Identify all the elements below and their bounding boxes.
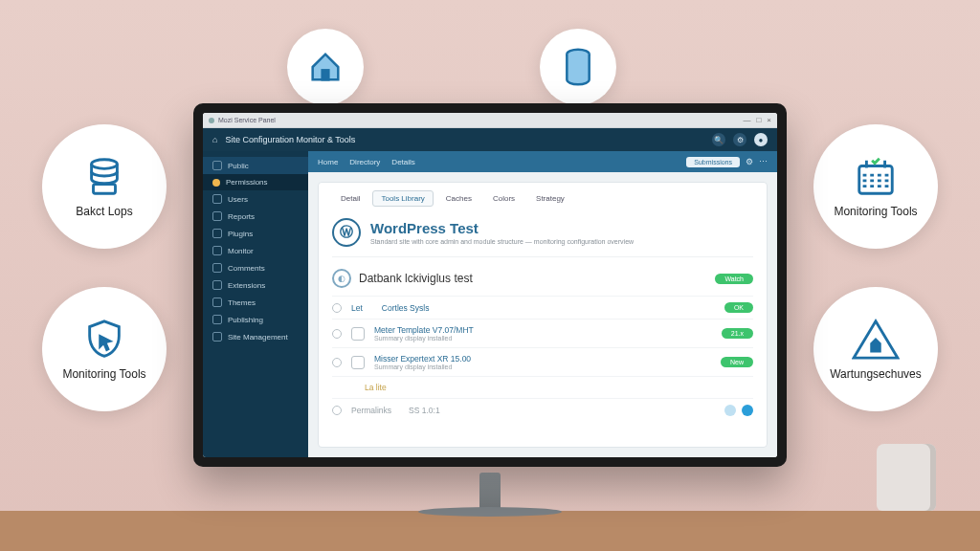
radio-icon[interactable] xyxy=(332,406,342,415)
sidebar-item[interactable]: Monitor xyxy=(203,242,308,259)
sidebar-item[interactable]: Extensions xyxy=(203,276,308,294)
list-row[interactable]: Meter Template V7.07/MHTSummary display … xyxy=(332,319,753,347)
feature-bubble-storage xyxy=(540,29,616,105)
subtab-caches[interactable]: Caches xyxy=(437,190,480,207)
bubble-label: Wartungsechuves xyxy=(830,367,922,381)
calendar-check-icon xyxy=(854,155,898,199)
coffee-mug xyxy=(877,444,936,511)
tab-home[interactable]: Home xyxy=(318,158,338,166)
app-title: Site Configuration Monitor & Tools xyxy=(225,135,355,144)
search-icon[interactable]: 🔍 xyxy=(712,133,725,146)
sidebar-label: Comments xyxy=(228,264,265,273)
window-controls: — □ × xyxy=(743,116,771,124)
square-icon xyxy=(212,194,222,204)
window-minimize-button[interactable]: — xyxy=(743,116,750,124)
tab-directory[interactable]: Directory xyxy=(349,158,380,166)
sidebar-label: Site Management xyxy=(228,333,288,342)
user-avatar[interactable]: ● xyxy=(754,133,768,146)
wordpress-logo-icon: Ⓦ xyxy=(332,218,361,247)
module-icon xyxy=(351,327,365,341)
monitor-stand xyxy=(479,473,501,511)
gear-icon[interactable]: ⚙ xyxy=(746,157,753,166)
bubble-label: Monitoring Tools xyxy=(62,367,145,381)
site-header: Ⓦ WordPress Test Standard site with core… xyxy=(332,214,753,257)
row-value: SS 1.0:1 xyxy=(409,406,440,415)
tab-details[interactable]: Details xyxy=(391,158,414,166)
submissions-button[interactable]: Submissions xyxy=(686,157,740,167)
square-icon xyxy=(212,332,222,342)
cylinder-icon xyxy=(561,48,595,86)
content-area: Home Directory Details Submissions ⚙ ⋯ D… xyxy=(308,151,777,457)
sidebar-item[interactable]: Publishing xyxy=(203,311,308,328)
browser-tab-strip: Mozi Service Panel — □ × xyxy=(203,113,777,128)
home-icon xyxy=(306,48,345,86)
list-row-footer: Permalinks SS 1.0:1 xyxy=(332,398,753,422)
subtab-colors[interactable]: Colors xyxy=(484,190,523,207)
desk-surface xyxy=(0,511,980,551)
browser-tab-title[interactable]: Mozi Service Panel xyxy=(218,117,276,123)
site-description: Standard site with core admin and module… xyxy=(370,238,634,245)
row-title: Misser Expertext XR 15.00 xyxy=(374,354,471,364)
dot-icon xyxy=(212,179,220,187)
sidebar-label: Publishing xyxy=(228,316,263,324)
square-icon xyxy=(212,298,222,307)
row-subtitle: Cortles Sysls xyxy=(382,303,430,313)
sidebar-label: Plugins xyxy=(228,230,253,238)
section-title: Datbank lckiviglus test xyxy=(359,272,473,285)
feature-bubble-maintenance: Wartungsechuves xyxy=(813,287,938,411)
row-desc: Summary display installed xyxy=(374,364,471,370)
subtab-detail[interactable]: Detail xyxy=(332,190,368,207)
main-card: Detail Tools Library Caches Colors Strat… xyxy=(318,182,768,448)
cursor-shield-icon xyxy=(82,318,126,362)
warning-triangle-icon xyxy=(852,318,900,362)
square-icon xyxy=(212,280,222,290)
sidebar-item[interactable]: Comments xyxy=(203,259,308,276)
site-name: WordPress Test xyxy=(370,220,634,236)
svg-rect-2 xyxy=(323,70,329,79)
feature-bubble-home xyxy=(287,29,364,105)
settings-icon[interactable]: ⚙ xyxy=(733,133,746,146)
primary-tabs: Home Directory Details Submissions ⚙ ⋯ xyxy=(308,151,777,172)
subtab-tools[interactable]: Tools Library xyxy=(372,190,433,207)
sidebar-label: Public xyxy=(228,162,249,170)
sidebar-item[interactable]: Plugins xyxy=(203,225,308,242)
app-header: ⌂ Site Configuration Monitor & Tools 🔍 ⚙… xyxy=(203,128,777,151)
square-icon xyxy=(212,315,222,324)
list-row-link[interactable]: La lite xyxy=(332,376,753,398)
sidebar-label: Users xyxy=(228,195,248,204)
radio-icon[interactable] xyxy=(332,329,342,339)
row-title: Meter Template V7.07/MHT xyxy=(374,325,474,335)
list-row[interactable]: Misser Expertext XR 15.00Summary display… xyxy=(332,347,753,376)
sidebar-item-public[interactable]: Public xyxy=(203,157,308,174)
action-icon[interactable] xyxy=(742,405,753,416)
status-ring-icon: ◐ xyxy=(332,269,351,288)
sidebar-item[interactable]: Site Management xyxy=(203,328,308,345)
row-status-pill: OK xyxy=(724,302,753,313)
home-icon[interactable]: ⌂ xyxy=(212,135,217,144)
row-desc: Summary display installed xyxy=(374,335,474,342)
sidebar-label: Permissions xyxy=(226,178,268,187)
radio-icon[interactable] xyxy=(332,303,342,313)
subtab-strategy[interactable]: Strategy xyxy=(527,190,573,207)
radio-icon[interactable] xyxy=(332,358,342,367)
square-icon xyxy=(212,263,222,273)
action-icon[interactable] xyxy=(724,405,736,416)
sidebar-item-permissions[interactable]: Permissions xyxy=(203,174,308,190)
feature-bubble-monitoring-right: Monitoring Tools xyxy=(813,124,938,249)
sidebar-item[interactable]: Themes xyxy=(203,294,308,311)
sidebar-item[interactable]: Reports xyxy=(203,208,308,225)
row-link[interactable]: La lite xyxy=(365,383,387,392)
row-status-pill: 21.x xyxy=(722,328,753,339)
row-title: Permalinks xyxy=(351,406,391,415)
sub-tabs: Detail Tools Library Caches Colors Strat… xyxy=(332,190,753,207)
module-icon xyxy=(351,356,365,369)
sidebar: Public Permissions Users Reports Plugins… xyxy=(203,151,308,457)
more-icon[interactable]: ⋯ xyxy=(759,157,768,166)
list-row[interactable]: Let Cortles Sysls OK xyxy=(332,296,753,319)
sidebar-label: Extensions xyxy=(228,281,265,290)
status-badge[interactable]: Watch xyxy=(715,274,753,284)
window-maximize-button[interactable]: □ xyxy=(756,116,761,124)
window-close-button[interactable]: × xyxy=(767,116,771,124)
square-icon xyxy=(212,229,222,238)
sidebar-item[interactable]: Users xyxy=(203,190,308,208)
